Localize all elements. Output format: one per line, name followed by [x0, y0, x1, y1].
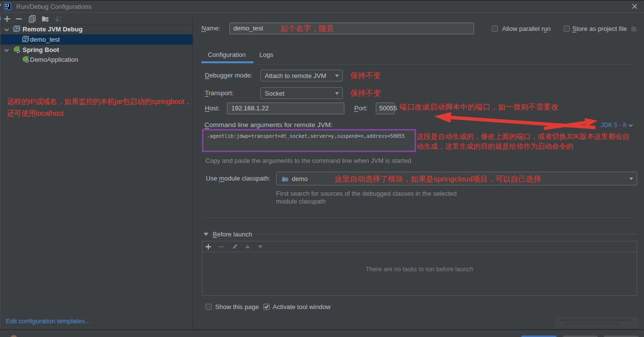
host-label: Host:: [205, 103, 220, 114]
edge-artifact: [0, 4, 1, 6]
configurations-toolbar: a z: [0, 13, 193, 25]
debugger-mode-value: Attach to remote JVM: [265, 70, 326, 81]
remote-debug-icon: [13, 25, 21, 33]
module-value: demo: [292, 172, 308, 185]
name-input[interactable]: demo_test 起个名字，随意: [229, 23, 474, 34]
move-down-icon[interactable]: [257, 244, 263, 249]
tree-group-label: Spring Boot: [23, 45, 59, 55]
close-icon[interactable]: [631, 3, 638, 10]
debugger-mode-select[interactable]: Attach to remote JVM: [260, 70, 343, 81]
title-bar: Run/Debug Configurations: [0, 0, 644, 13]
watermark: [555, 317, 639, 328]
store-as-project-file-checkbox[interactable]: [563, 26, 570, 32]
tree-group-label: Remote JVM Debug: [23, 24, 83, 34]
tree-item-label: DemoApplication: [30, 54, 78, 65]
edit-task-icon[interactable]: [232, 243, 238, 250]
annotation-name: 起个名字，随意: [280, 23, 334, 34]
module-hint: First search for sources of the debugged…: [276, 190, 457, 206]
sort-configurations-icon[interactable]: a z: [55, 15, 63, 23]
store-settings-gear-icon[interactable]: [630, 26, 638, 35]
add-task-icon[interactable]: [205, 244, 211, 250]
jdk-chevron-icon: [628, 124, 633, 128]
tree-item-demoapplication[interactable]: DemoApplication: [0, 54, 193, 65]
checkmark-icon: [264, 304, 269, 310]
dropdown-arrow-icon: [335, 92, 339, 95]
annotation-line: 这段是自动生成的，修改上面的端口，或者切换JDK版本这里都会自: [417, 131, 629, 141]
svg-text:a: a: [59, 15, 61, 19]
hint-line: First search for sources of the debugged…: [276, 190, 457, 198]
module-icon: [281, 175, 289, 184]
host-input[interactable]: 192.168.1.22: [227, 103, 344, 114]
module-classpath-select[interactable]: demo 这里自动选择了模块，如果是springcloud项目，可以自己选择: [276, 172, 637, 185]
tree-group-remote-jvm-debug[interactable]: Remote JVM Debug: [0, 24, 193, 34]
remote-debug-icon: [22, 35, 29, 43]
cmdline-label: Command line arguments for remote JVM:: [204, 122, 333, 129]
jdk-version-selector[interactable]: JDK 5 - 8: [601, 122, 626, 129]
jdk-version-value: JDK 5 - 8: [601, 122, 626, 129]
run-debug-configurations-dialog: Run/Debug Configurations: [0, 0, 644, 337]
annotation-line: 动生成，这里生成的目的就是给你作为启动命令的: [417, 141, 629, 151]
active-tab-indicator: [201, 61, 253, 63]
annotation-module: 这里自动选择了模块，如果是springcloud项目，可以自己选择: [335, 172, 541, 186]
tab-logs[interactable]: Logs: [259, 50, 273, 60]
add-configuration-icon[interactable]: [3, 15, 11, 23]
remove-configuration-icon[interactable]: [15, 15, 23, 23]
chevron-expanded-icon[interactable]: [4, 27, 9, 32]
edge-artifact: [0, 17, 1, 20]
before-launch-toolbar: [202, 241, 637, 252]
tab-configuration[interactable]: Configuration: [208, 50, 246, 60]
annotation-host-note: 远程的IP或域名，如果监控的本机jar包启动的springboot， 还可使用l…: [7, 96, 203, 119]
transport-select[interactable]: Socket: [260, 87, 343, 99]
show-this-page-checkbox[interactable]: [205, 304, 212, 310]
watermark-avatar: [10, 335, 17, 337]
annotation-transport: 保持不变: [350, 87, 381, 99]
section-rule: [256, 234, 637, 234]
dropdown-arrow-icon: [335, 75, 339, 77]
dialog-title: Run/Debug Configurations: [16, 0, 91, 13]
transport-value: Socket: [265, 88, 284, 99]
intellij-logo-icon: [4, 2, 11, 10]
name-label: Name:: [201, 23, 220, 34]
activate-tool-window-label: Activate tool window: [273, 304, 331, 311]
port-label: Port:: [354, 103, 367, 114]
spring-boot-icon: [22, 55, 29, 63]
show-this-page-label: Show this page: [215, 304, 259, 311]
host-value: 192.168.1.22: [231, 103, 269, 114]
before-launch-label: Before launch: [213, 231, 252, 238]
spring-boot-icon: [13, 46, 21, 53]
annotation-line: 远程的IP或域名，如果监控的本机jar包启动的springboot，: [7, 96, 203, 107]
debugger-mode-label: Debugger mode:: [205, 70, 252, 81]
dropdown-arrow-icon: [629, 178, 633, 180]
tree-group-spring-boot[interactable]: Spring Boot: [0, 45, 193, 55]
annotation-debugger-mode: 保持不变: [350, 70, 381, 81]
allow-parallel-run-checkbox[interactable]: [492, 26, 498, 32]
before-launch-empty-text: There are no tasks to run before launch: [202, 266, 637, 273]
annotation-cmdline: 这段是自动生成的，修改上面的端口，或者切换JDK版本这里都会自 动生成，这里生成…: [417, 131, 629, 151]
module-classpath-label: Use module classpath:: [206, 172, 271, 185]
port-input[interactable]: 50055: [376, 103, 394, 114]
port-value: 50055: [379, 103, 397, 114]
cmdline-hint: Copy and paste the arguments to the comm…: [205, 157, 411, 164]
section-collapse-icon[interactable]: [203, 232, 209, 236]
window-left-edge: [0, 13, 0, 330]
remove-task-icon[interactable]: [219, 244, 224, 250]
annotation-purple-box: [202, 129, 416, 152]
new-folder-icon[interactable]: [41, 15, 50, 23]
hint-line: module classpath: [276, 198, 457, 206]
transport-label: Transport:: [205, 87, 234, 99]
config-panel-bottom-border: [201, 217, 637, 218]
svg-text:z: z: [59, 19, 61, 23]
tree-item-demo-test[interactable]: demo_test: [0, 34, 193, 45]
footer-divider: [0, 329, 644, 330]
chevron-expanded-icon[interactable]: [4, 48, 9, 53]
edit-configuration-templates-link[interactable]: Edit configuration templates...: [6, 317, 90, 325]
annotation-line: 还可使用localhost: [7, 107, 203, 119]
copy-configuration-icon[interactable]: [28, 15, 36, 23]
tree-item-label: demo_test: [30, 34, 60, 45]
activate-tool-window-checkbox[interactable]: [263, 304, 270, 310]
name-value: demo_test: [233, 23, 263, 34]
move-up-icon[interactable]: [245, 244, 251, 249]
panel-divider: [193, 13, 193, 330]
before-launch-panel: There are no tasks to run before launch: [202, 241, 637, 296]
tab-panel-border: [201, 64, 637, 65]
